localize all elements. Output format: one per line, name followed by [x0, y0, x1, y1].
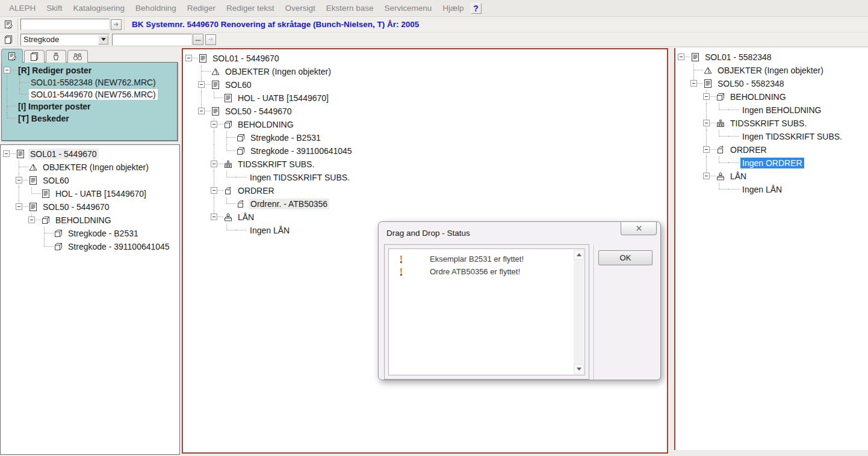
expand-toggle[interactable] — [703, 146, 710, 153]
tree-node-t-beskeder[interactable]: [T] Beskeder — [16, 113, 71, 124]
tree-node-ingen-l-n[interactable]: Ingen LÅN — [740, 184, 784, 195]
expand-toggle[interactable] — [185, 55, 192, 61]
menu-skift[interactable]: Skift — [41, 4, 67, 13]
scroll-down-icon[interactable] — [574, 364, 584, 374]
expand-toggle[interactable] — [211, 214, 217, 220]
record-notepad-icon[interactable] — [2, 18, 15, 31]
menu-beholdning[interactable]: Beholdning — [130, 4, 182, 13]
item-icon — [41, 215, 51, 225]
help-icon[interactable]: ? — [471, 3, 482, 14]
tree-node-ingen-tidsskrift-subs[interactable]: Ingen TIDSSKRIFT SUBS. — [248, 172, 352, 183]
tree-node-sol50-5582348[interactable]: SOL50 - 5582348 — [716, 78, 786, 89]
tree-node-ordrenr-atb50356[interactable]: Ordrenr. - ATB50356 — [249, 199, 329, 209]
tab-hold-basket[interactable] — [46, 50, 66, 63]
menu-aleph[interactable]: ALEPH — [4, 4, 41, 13]
expand-toggle[interactable] — [198, 108, 205, 114]
scroll-up-icon[interactable] — [574, 250, 584, 260]
tree-node-ingen-tidsskrift-subs[interactable]: Ingen TIDSSKRIFT SUBS. — [740, 131, 844, 142]
tree-node-ordrer[interactable]: ORDRER — [236, 185, 276, 196]
binoculars-icon — [73, 52, 82, 61]
tree-row: OBJEKTER (Ingen objekter) — [678, 64, 868, 77]
tab-search[interactable] — [67, 50, 88, 63]
tree-node-stregkode-b2531[interactable]: Stregkode - B2531 — [66, 228, 140, 239]
tree-node-tidsskrift-subs[interactable]: TIDSSKRIFT SUBS. — [236, 159, 316, 170]
go-to-record-button[interactable] — [111, 19, 122, 30]
expand-toggle[interactable] — [211, 161, 217, 167]
tree-row: SOL01 - 5449670 — [185, 52, 667, 65]
chevron-down-icon[interactable] — [98, 35, 108, 45]
status-message-text: Ordre ATB50356 er flyttet! — [430, 267, 520, 276]
loan-icon — [716, 171, 725, 181]
menu-katalogisering[interactable]: Katalogisering — [68, 4, 131, 13]
menu-servicemenu[interactable]: Servicemenu — [379, 4, 438, 13]
expand-toggle[interactable] — [3, 150, 10, 157]
tree-node-ingen-l-n[interactable]: Ingen LÅN — [248, 225, 291, 236]
status-message-row: Ordre ATB50356 er flyttet! — [389, 265, 584, 278]
expand-toggle[interactable] — [16, 203, 22, 210]
menu-oversigt[interactable]: Oversigt — [280, 4, 321, 13]
tab-edit-records[interactable] — [1, 49, 23, 63]
ok-button[interactable]: OK — [598, 250, 653, 265]
browse-button[interactable]: ... — [193, 34, 203, 45]
tree-node-sol01-5582348[interactable]: SOL01 - 5582348 — [703, 52, 773, 63]
search-value-input[interactable] — [112, 34, 192, 46]
tree-node-objekter-ingen-objekter[interactable]: OBJEKTER (Ingen objekter) — [716, 65, 825, 76]
tree-node-stregkode-391100641045[interactable]: Stregkode - 391100641045 — [66, 241, 172, 252]
tree-node-r-rediger-poster[interactable]: [R] Rediger poster — [16, 65, 93, 76]
tree-node-sol01-5449670[interactable]: SOL01 - 5449670 — [28, 149, 99, 159]
tree-node-sol01-5449670[interactable]: SOL01 - 5449670 — [211, 53, 281, 64]
record-number-input[interactable] — [20, 19, 110, 30]
item-icon — [236, 146, 246, 156]
tree-node-beholdning[interactable]: BEHOLDNING — [728, 91, 788, 102]
expand-toggle[interactable] — [703, 173, 710, 179]
tree-node-ordrer[interactable]: ORDRER — [728, 144, 769, 155]
expand-toggle[interactable] — [703, 93, 710, 100]
expand-toggle[interactable] — [16, 177, 22, 183]
close-icon[interactable] — [621, 222, 657, 235]
tree-node-ingen-ordrer[interactable]: Ingen ORDRER — [740, 158, 804, 168]
tree-node-l-n[interactable]: LÅN — [236, 212, 256, 223]
expand-toggle[interactable] — [4, 67, 10, 73]
scrollbar[interactable] — [574, 250, 584, 374]
tree-node-objekter-ingen-objekter[interactable]: OBJEKTER (Ingen objekter) — [41, 162, 150, 173]
search-go-button[interactable] — [205, 34, 216, 45]
tree-node-sol60[interactable]: SOL60 — [223, 79, 253, 90]
menu-rediger[interactable]: Rediger — [182, 4, 221, 13]
tree-row: Stregkode - 391100641045 — [185, 144, 667, 158]
tree-node-ingen-beholdning[interactable]: Ingen BEHOLDNING — [740, 105, 823, 116]
tab-copy-records[interactable] — [24, 50, 45, 63]
menu-rediger-tekst[interactable]: Rediger tekst — [221, 4, 280, 13]
status-message-text: Eksemplar B2531 er flyttet! — [430, 254, 524, 263]
tree-row: OBJEKTER (Ingen objekter) — [185, 65, 667, 78]
tree-node-sol50-5449670[interactable]: SOL50 - 5449670 — [223, 106, 294, 117]
expand-toggle[interactable] — [211, 121, 217, 128]
tree-node-beholdning[interactable]: BEHOLDNING — [236, 119, 296, 130]
menu-hj-lp[interactable]: Hjælp — [437, 4, 469, 13]
tree-node-objekter-ingen-objekter[interactable]: OBJEKTER (Ingen objekter) — [223, 66, 333, 77]
expand-toggle[interactable] — [678, 54, 684, 60]
tree-row: Stregkode - B2531 — [185, 131, 667, 144]
tree-node-sol50-5449670[interactable]: SOL50 - 5449670 — [41, 202, 111, 212]
tree-node-beholdning[interactable]: BEHOLDNING — [54, 215, 113, 226]
expand-toggle[interactable] — [703, 120, 710, 126]
expand-toggle[interactable] — [28, 217, 35, 223]
tree-node-stregkode-391100641045[interactable]: Stregkode - 391100641045 — [249, 146, 354, 156]
tree-node-i-importer-poster[interactable]: [I] Importer poster — [16, 101, 93, 112]
tree-node-sol01-5582348-new762-mrc[interactable]: SOL01-5582348 (NEW762.MRC) — [29, 77, 158, 88]
tree-node-hol-uatb-15449670[interactable]: HOL - UATB [15449670] — [54, 188, 148, 199]
tree-node-sol60[interactable]: SOL60 — [41, 175, 71, 186]
expand-toggle[interactable] — [690, 80, 697, 87]
tree-row: SOL01-5449670 (NEW756.MRC) — [4, 88, 177, 100]
tree-node-stregkode-b2531[interactable]: Stregkode - B2531 — [249, 132, 323, 143]
tree-node-hol-uatb-15449670[interactable]: HOL - UATB [15449670] — [236, 93, 330, 103]
tree-node-tidsskrift-subs[interactable]: TIDSSKRIFT SUBS. — [728, 118, 808, 129]
tree-node-l-n[interactable]: LÅN — [728, 171, 748, 182]
expand-toggle[interactable] — [198, 81, 205, 88]
book-icon[interactable] — [2, 33, 15, 46]
expand-toggle[interactable] — [211, 187, 217, 194]
record-icon — [211, 106, 220, 116]
menu-ekstern-base[interactable]: Ekstern base — [321, 4, 379, 13]
tree-row: SOL60 — [185, 78, 667, 91]
tree-node-sol01-5449670-new756-mrc[interactable]: SOL01-5449670 (NEW756.MRC) — [29, 89, 158, 100]
search-field-select[interactable]: Stregkode — [20, 34, 110, 46]
